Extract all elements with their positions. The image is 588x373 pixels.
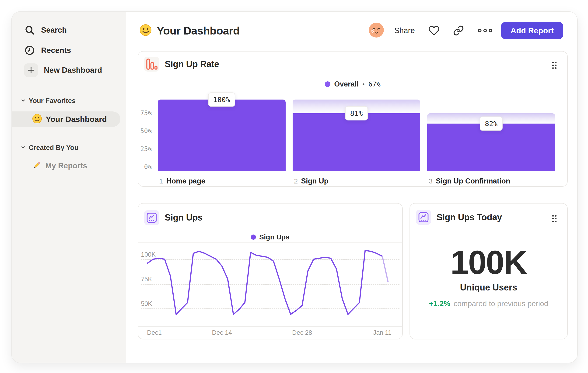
clock-icon (24, 45, 35, 56)
legend-separator: • (362, 81, 365, 88)
sign-up-rate-card: Sign Up Rate Overall • 67% 75% (138, 51, 568, 187)
app-window: Search Recents New Dashboard (11, 11, 578, 363)
sidebar-your-dashboard-label: Your Dashboard (46, 115, 107, 124)
step-number: 2 (294, 177, 298, 185)
funnel-step-label: 3Sign Up Confirmation (427, 177, 555, 185)
page-title-row: Your Dashboard (139, 23, 240, 38)
funnel-bar-2: 81% (293, 100, 420, 171)
sign-ups-title: Sign Ups (165, 213, 202, 223)
unique-users-label: Unique Users (410, 282, 567, 292)
smiley-emoji-icon (32, 114, 42, 124)
sign-up-rate-title: Sign Up Rate (165, 59, 219, 69)
x-axis-labels: Dec1Dec 14Dec 28Jan 11 (138, 326, 402, 340)
funnel-bar-fill (427, 123, 555, 171)
funnel-step-label: 1Home page (158, 177, 286, 185)
sidebar-item-your-dashboard[interactable]: Your Dashboard (12, 111, 120, 127)
main-content: Your Dashboard Share (126, 12, 577, 363)
line-chart-icon (144, 210, 159, 225)
sidebar-item-recents[interactable]: Recents (24, 43, 71, 58)
add-report-button[interactable]: Add Report (501, 22, 563, 39)
legend-dot (251, 234, 256, 240)
sign-ups-legend: Sign Ups (138, 232, 402, 243)
more-options-icon[interactable] (477, 28, 493, 33)
sidebar-search-label: Search (41, 26, 67, 34)
y-tick: 50% (138, 127, 152, 134)
sidebar-recents-label: Recents (41, 46, 71, 55)
legend-series-name: Overall (334, 80, 359, 88)
sidebar: Search Recents New Dashboard (12, 12, 126, 363)
funnel-step-labels: 1Home page2Sign Up3Sign Up Confirmation (158, 177, 555, 185)
step-number: 3 (429, 177, 433, 185)
y-tick: 0% (138, 163, 152, 171)
funnel-value-badge: 81% (345, 106, 368, 121)
search-icon (24, 25, 35, 35)
funnel-bar-fill (293, 113, 420, 171)
line-chart-icon (416, 210, 431, 225)
avatar[interactable] (369, 22, 384, 39)
header-controls: Share Add Report (369, 22, 563, 39)
funnel-chart: 100%81%82% (158, 100, 555, 171)
sidebar-section-your-favorites[interactable]: Your Favorites (20, 97, 76, 105)
x-tick: Dec 14 (212, 329, 232, 336)
sign-ups-line (138, 243, 402, 326)
plus-icon (24, 63, 38, 77)
sign-ups-today-card: Sign Ups Today 100K Unique Users +1.2% c… (410, 203, 568, 339)
y-tick: 25% (138, 145, 152, 152)
sign-ups-card-header: Sign Ups (138, 203, 402, 232)
funnel-bar-1: 100% (158, 100, 286, 171)
funnel-bar-3: 82% (427, 100, 555, 171)
legend-series-name: Sign Ups (259, 233, 290, 241)
page-title: Your Dashboard (157, 24, 240, 37)
y-tick: 75% (138, 109, 152, 117)
change-value: +1.2% (429, 299, 450, 308)
dashboard-screen: Search Recents New Dashboard (0, 0, 588, 373)
smiley-emoji-icon (139, 24, 152, 37)
pencil-emoji-icon (32, 161, 42, 171)
sign-ups-today-card-header: Sign Ups Today (410, 203, 567, 231)
share-button[interactable]: Share (394, 26, 415, 35)
copy-link-icon[interactable] (453, 25, 464, 36)
sidebar-item-new-dashboard[interactable]: New Dashboard (24, 63, 102, 78)
funnel-legend: Overall • 67% (138, 77, 567, 92)
step-name: Sign Up Confirmation (436, 177, 510, 185)
x-tick: Dec 28 (292, 329, 312, 336)
x-tick: Jan 11 (373, 329, 391, 336)
unique-users-value: 100K (410, 246, 567, 279)
legend-dot (325, 81, 330, 87)
sidebar-favorites-label: Your Favorites (29, 97, 76, 105)
change-row: +1.2% compared to previous period (410, 299, 567, 308)
sign-up-rate-card-header: Sign Up Rate (138, 51, 567, 77)
chevron-down-icon (20, 144, 26, 151)
x-tick: Dec1 (147, 329, 162, 336)
sidebar-created-by-you-label: Created By You (29, 144, 78, 151)
chevron-down-icon (20, 97, 26, 105)
funnel-bar-fill (158, 100, 286, 171)
sidebar-section-created-by-you[interactable]: Created By You (20, 144, 78, 151)
sidebar-my-reports-label: My Reports (45, 161, 87, 170)
sign-ups-today-title: Sign Ups Today (437, 212, 502, 222)
favorite-heart-icon[interactable] (428, 25, 440, 36)
change-description: compared to previous period (454, 299, 548, 308)
sidebar-new-dashboard-label: New Dashboard (44, 66, 102, 75)
sidebar-item-my-reports[interactable]: My Reports (32, 158, 87, 173)
step-name: Sign Up (301, 177, 328, 185)
sign-ups-chart: 100K 75K 50K (138, 243, 402, 327)
funnel-value-badge: 100% (208, 92, 235, 107)
drag-handle-icon[interactable] (552, 61, 557, 70)
sidebar-item-search[interactable]: Search (24, 23, 67, 38)
funnel-y-axis: 75% 50% 25% 0% (138, 100, 152, 179)
step-name: Home page (166, 177, 205, 185)
funnel-step-label: 2Sign Up (293, 177, 420, 185)
funnel-value-badge: 82% (480, 117, 503, 131)
step-number: 1 (159, 177, 163, 185)
sign-ups-card: Sign Ups Sign Ups 100K 75K 50K (138, 203, 403, 339)
drag-handle-icon[interactable] (552, 215, 557, 223)
bar-chart-icon (144, 57, 159, 71)
legend-overall-value: 67% (368, 80, 380, 88)
